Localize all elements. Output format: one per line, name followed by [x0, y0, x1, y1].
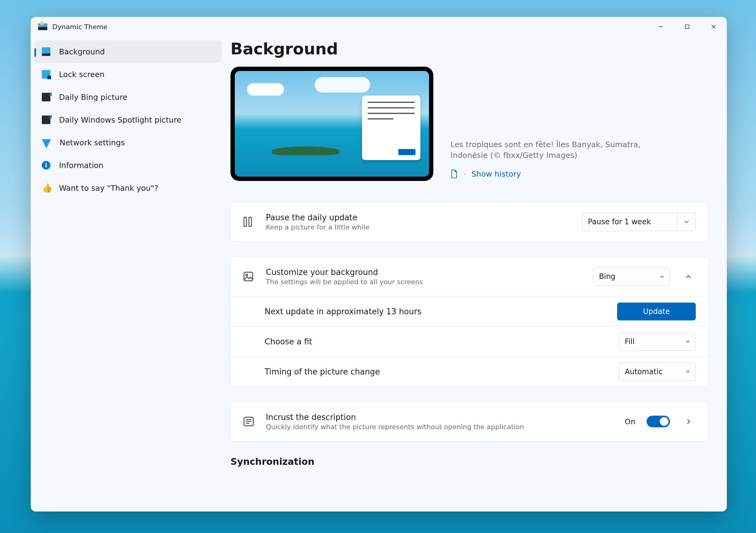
separator-dot: ·: [463, 170, 466, 178]
source-value: Bing: [599, 272, 615, 281]
sidebar-item-information[interactable]: i Information: [35, 154, 222, 177]
background-preview[interactable]: [230, 67, 433, 181]
info-icon: i: [42, 161, 50, 170]
minimize-button[interactable]: [648, 17, 674, 37]
timing-label: Timing of the picture change: [265, 367, 619, 376]
chevron-down-icon: [660, 275, 664, 278]
svg-rect-1: [685, 25, 689, 29]
incrust-toggle[interactable]: [647, 416, 670, 427]
sidebar-item-thankyou[interactable]: 👍 Want to say "Thank you"?: [35, 177, 222, 200]
close-icon: [711, 24, 716, 30]
close-button[interactable]: [700, 17, 727, 37]
minimize-icon: [658, 24, 663, 30]
fit-value: Fill: [625, 337, 634, 346]
pause-desc: Keep a picture for a little while: [266, 223, 582, 231]
lock-icon: [42, 70, 50, 79]
app-title: Dynamic Theme: [52, 23, 108, 31]
file-icon[interactable]: [450, 169, 458, 178]
sidebar: Background Lock screen Daily Bing pictur…: [31, 37, 230, 512]
show-history-link[interactable]: Show history: [472, 170, 521, 178]
sidebar-item-label: Lock screen: [59, 70, 104, 79]
page-title: Background: [230, 40, 708, 58]
preview-widget-overlay: [362, 95, 420, 160]
sidebar-item-label: Information: [59, 161, 104, 170]
incrust-card: Incrust the description Quickly identify…: [230, 402, 708, 441]
customize-title: Customize your background: [266, 268, 593, 277]
pause-duration-chevron[interactable]: [677, 213, 696, 231]
svg-rect-6: [244, 272, 253, 281]
thumbs-up-icon: 👍: [42, 184, 50, 192]
titlebar: Dynamic Theme: [31, 17, 727, 37]
sidebar-item-lockscreen[interactable]: Lock screen: [35, 63, 222, 86]
sidebar-item-network[interactable]: Network settings: [35, 131, 222, 154]
sidebar-item-label: Want to say "Thank you"?: [59, 184, 158, 193]
chevron-down-icon: [684, 220, 689, 223]
chevron-down-icon: [686, 340, 690, 343]
svg-rect-4: [244, 217, 247, 227]
background-caption: Les tropiques sont en fête! Îles Banyak,…: [450, 139, 672, 161]
description-icon: [243, 416, 255, 427]
preview-row: Les tropiques sont en fête! Îles Banyak,…: [230, 67, 708, 181]
pause-title: Pause the daily update: [266, 213, 582, 222]
content-area: Background Les tropiques sont en fête! Î…: [230, 37, 727, 512]
chevron-down-icon: [686, 370, 690, 373]
timing-value: Automatic: [625, 367, 662, 376]
source-dropdown[interactable]: Bing: [593, 267, 670, 286]
preview-image: [235, 71, 429, 177]
sidebar-item-spotlight[interactable]: Daily Windows Spotlight picture: [35, 108, 222, 131]
fit-label: Choose a fit: [265, 337, 619, 346]
svg-rect-5: [249, 217, 251, 227]
incrust-expander[interactable]: [681, 414, 696, 429]
incrust-desc: Quickly identify what the picture repres…: [266, 423, 625, 431]
maximize-button[interactable]: [674, 17, 700, 37]
wifi-icon: [42, 139, 51, 146]
pause-icon: [243, 217, 255, 227]
customize-desc: The settings will be applied to all your…: [266, 278, 593, 286]
sidebar-item-background[interactable]: Background: [35, 40, 222, 63]
fit-dropdown[interactable]: Fill: [619, 333, 696, 351]
chevron-right-icon: [687, 419, 690, 424]
sidebar-item-label: Daily Bing picture: [59, 93, 127, 102]
incrust-title: Incrust the description: [266, 413, 625, 422]
sidebar-item-label: Daily Windows Spotlight picture: [59, 116, 181, 124]
maximize-icon: [685, 24, 689, 29]
desktop-icon: [42, 47, 50, 56]
sidebar-item-label: Background: [59, 47, 105, 56]
spotlight-icon: [42, 116, 50, 124]
sidebar-item-bing[interactable]: Daily Bing picture: [35, 86, 222, 108]
update-button[interactable]: Update: [617, 303, 696, 320]
chevron-up-icon: [686, 275, 691, 278]
pause-duration-value: Pause for 1 week: [588, 218, 651, 226]
sync-heading: Synchronization: [230, 456, 708, 467]
incrust-toggle-label: On: [625, 417, 635, 426]
next-update-text: Next update in approximately 13 hours: [265, 307, 617, 316]
app-icon: [38, 23, 47, 30]
customize-expander[interactable]: [681, 269, 696, 284]
pause-duration-dropdown[interactable]: Pause for 1 week: [582, 213, 677, 231]
timing-dropdown[interactable]: Automatic: [619, 362, 696, 381]
bing-icon: [42, 93, 50, 101]
customize-card: Customize your background The settings w…: [230, 256, 708, 387]
picture-icon: [243, 271, 255, 282]
sidebar-item-label: Network settings: [60, 138, 125, 147]
pause-card: Pause the daily update Keep a picture fo…: [230, 202, 708, 242]
app-window: Dynamic Theme Background Lock screen Dai…: [31, 17, 727, 512]
svg-point-7: [246, 274, 248, 276]
